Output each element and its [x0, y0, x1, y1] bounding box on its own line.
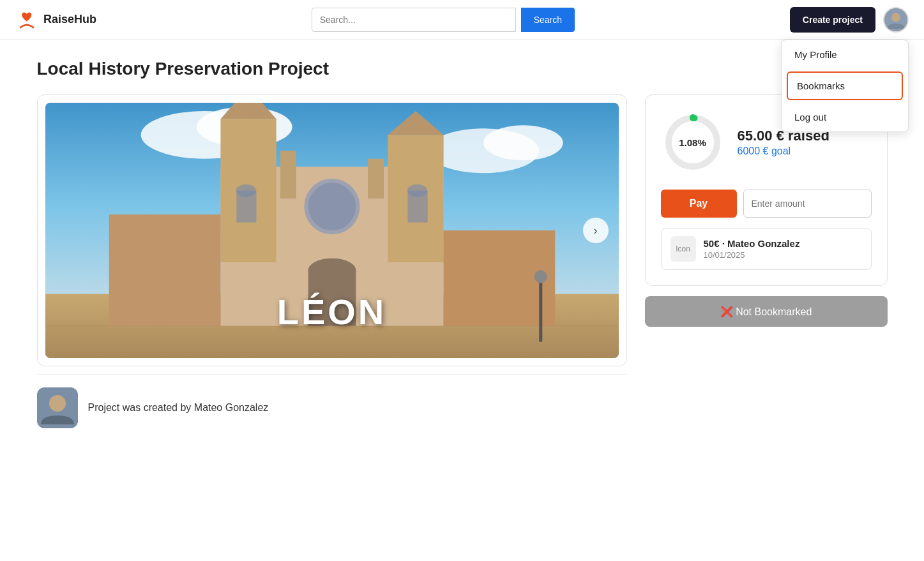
amount-input[interactable]: [743, 190, 872, 218]
main-content: Local History Preservation Project: [22, 40, 903, 460]
content-row: LÉON › Project was created by Mateo Gonz: [37, 94, 888, 441]
dropdown-item-logout[interactable]: Log out: [782, 103, 908, 131]
green-dot: [690, 114, 696, 121]
donut-percent: 1.08%: [679, 137, 706, 148]
donation-row: Icon 50€ · Mateo Gonzalez 10/01/2025: [661, 228, 872, 270]
left-column: LÉON › Project was created by Mateo Gonz: [37, 94, 627, 441]
svg-rect-27: [280, 151, 296, 198]
svg-point-24: [407, 184, 427, 197]
dropdown-menu: My Profile Bookmarks Log out: [781, 40, 909, 132]
svg-point-33: [534, 270, 547, 283]
donation-icon: Icon: [670, 236, 696, 262]
create-project-button[interactable]: Create project: [790, 7, 875, 33]
svg-point-22: [236, 184, 255, 197]
nav-right: Create project: [790, 7, 909, 33]
image-card: LÉON ›: [37, 94, 627, 366]
svg-rect-32: [539, 278, 542, 342]
donation-date: 10/01/2025: [704, 250, 800, 260]
avatar: [884, 8, 907, 31]
donation-details: 50€ · Mateo Gonzalez 10/01/2025: [704, 238, 800, 260]
donut-chart: 1.08%: [661, 110, 725, 174]
dropdown-item-my-profile[interactable]: My Profile: [782, 40, 908, 69]
carousel-next-button[interactable]: ›: [583, 218, 609, 243]
creator-avatar: [37, 387, 78, 428]
goal-amount: 6000 € goal: [738, 146, 872, 157]
brand-icon: [15, 8, 38, 31]
svg-rect-25: [109, 214, 220, 326]
brand-name: RaiseHub: [43, 13, 96, 26]
location-label: LÉON: [277, 291, 387, 333]
navbar: RaiseHub Search Create project My Profil…: [0, 0, 924, 40]
page-title: Local History Preservation Project: [37, 59, 888, 79]
search-area: Search: [312, 8, 575, 32]
svg-point-2: [891, 13, 900, 22]
brand-logo[interactable]: RaiseHub: [15, 8, 96, 31]
project-image: LÉON ›: [45, 103, 619, 358]
dropdown-item-bookmarks[interactable]: Bookmarks: [787, 71, 903, 100]
svg-point-35: [49, 395, 66, 412]
creator-avatar-image: [37, 387, 78, 428]
svg-point-7: [483, 125, 563, 160]
svg-rect-28: [368, 159, 384, 198]
creator-row: Project was created by Mateo Gonzalez: [37, 374, 627, 441]
search-input[interactable]: [312, 8, 516, 32]
pay-button[interactable]: Pay: [661, 190, 737, 218]
creator-text: Project was created by Mateo Gonzalez: [88, 402, 269, 414]
pay-row: Pay: [661, 190, 872, 218]
svg-point-20: [308, 258, 356, 282]
svg-point-18: [308, 183, 356, 230]
donation-name: 50€ · Mateo Gonzalez: [704, 238, 800, 249]
avatar-button[interactable]: [883, 7, 909, 33]
bookmark-button[interactable]: ❌ Not Bookmarked: [645, 296, 888, 327]
search-button[interactable]: Search: [521, 8, 575, 32]
